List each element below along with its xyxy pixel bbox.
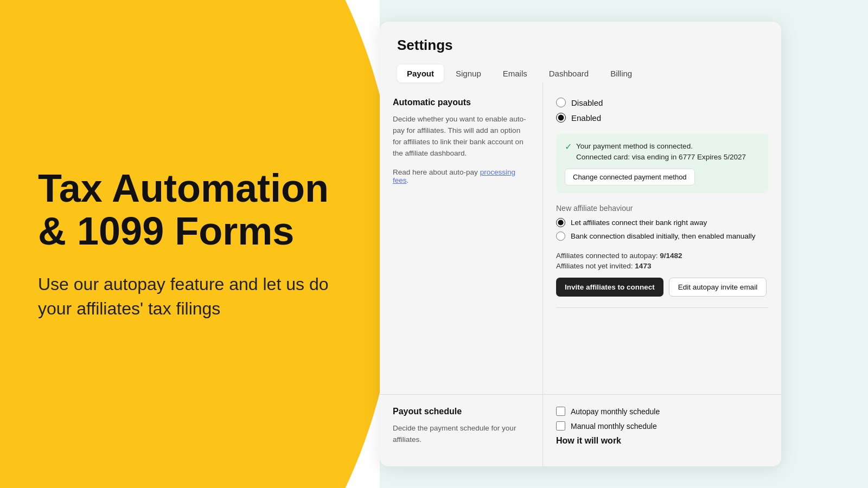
check-icon: ✓ [565, 142, 572, 152]
payment-banner-text: Your payment method is connected. Connec… [576, 141, 746, 163]
radio-disabled[interactable]: Disabled [556, 98, 768, 107]
tab-payout[interactable]: Payout [397, 65, 444, 82]
radio-enabled-label: Enabled [571, 113, 601, 123]
new-affiliate-behaviour-section: New affiliate behaviour Let affiliates c… [556, 204, 768, 241]
radio-disabled-initially-label: Bank connection disabled initially, then… [571, 232, 755, 240]
radio-enabled-input[interactable] [556, 113, 566, 123]
hero-subtext: Use our autopay feature and let us do yo… [38, 272, 342, 321]
connected-stat: Affiliates connected to autopay: 9/1482 [556, 252, 768, 260]
radio-enabled[interactable]: Enabled [556, 113, 768, 123]
tab-billing[interactable]: Billing [601, 65, 642, 82]
invite-affiliates-button[interactable]: Invite affiliates to connect [556, 278, 663, 297]
payout-radio-group: Disabled Enabled [556, 98, 768, 123]
new-affiliate-behaviour-title: New affiliate behaviour [556, 204, 768, 213]
how-it-works-title: How it will work [556, 436, 768, 446]
tab-dashboard[interactable]: Dashboard [539, 65, 598, 82]
payout-schedule-full: Payout schedule Decide the payment sched… [380, 394, 781, 466]
radio-disabled-label: Disabled [571, 98, 603, 107]
affiliate-stats: Affiliates connected to autopay: 9/1482 … [556, 252, 768, 270]
automatic-payouts-title: Automatic payouts [393, 98, 529, 107]
manual-monthly-label: Manual monthly schedule [571, 422, 657, 431]
left-panel: Tax Automation & 1099 Forms Use our auto… [0, 0, 380, 488]
radio-connect-right-away-label: Let affiliates connect their bank right … [571, 219, 707, 227]
payment-connected-line2: Connected card: visa ending in 6777 Expi… [576, 152, 746, 163]
autopay-monthly-label: Autopay monthly schedule [571, 407, 660, 416]
edit-email-button[interactable]: Edit autopay invite email [669, 278, 767, 297]
tab-signup[interactable]: Signup [446, 65, 491, 82]
payout-schedule-left: Payout schedule Decide the payment sched… [380, 395, 542, 466]
payout-schedule-desc: Decide the payment schedule for your aff… [393, 423, 529, 446]
hero-heading: Tax Automation & 1099 Forms [38, 167, 342, 253]
radio-disabled-input[interactable] [556, 98, 566, 107]
tab-emails[interactable]: Emails [493, 65, 537, 82]
radio-connect-right-away-input[interactable] [556, 218, 565, 227]
radio-connect-right-away[interactable]: Let affiliates connect their bank right … [556, 218, 768, 227]
change-payment-button[interactable]: Change connected payment method [565, 169, 695, 185]
manual-monthly-checkbox[interactable] [556, 421, 565, 431]
radio-disabled-initially-input[interactable] [556, 232, 565, 241]
automatic-payouts-desc: Decide whether you want to enable auto-p… [393, 114, 529, 159]
autopay-monthly-option[interactable]: Autopay monthly schedule [556, 407, 768, 416]
payment-banner-top: ✓ Your payment method is connected. Conn… [565, 141, 760, 163]
not-invited-stat: Affiliates not yet invited: 1473 [556, 262, 768, 270]
processing-fees-link-text: Read here about auto-pay processing fees… [393, 168, 529, 184]
manual-monthly-option[interactable]: Manual monthly schedule [556, 421, 768, 431]
payment-connected-banner: ✓ Your payment method is connected. Conn… [556, 133, 768, 193]
payment-connected-line1: Your payment method is connected. [576, 141, 746, 152]
payout-schedule-section [556, 307, 768, 321]
tabs-bar: Payout Signup Emails Dashboard Billing [397, 65, 764, 82]
payout-schedule-right: Autopay monthly schedule Manual monthly … [543, 395, 781, 466]
autopay-monthly-checkbox[interactable] [556, 407, 565, 416]
payout-schedule-title: Payout schedule [393, 407, 529, 416]
settings-card: Settings Payout Signup Emails Dashboard … [380, 22, 781, 466]
settings-header: Settings Payout Signup Emails Dashboard … [380, 22, 781, 82]
settings-title: Settings [397, 37, 764, 54]
action-buttons: Invite affiliates to connect Edit autopa… [556, 278, 768, 297]
radio-disabled-initially[interactable]: Bank connection disabled initially, then… [556, 232, 768, 241]
